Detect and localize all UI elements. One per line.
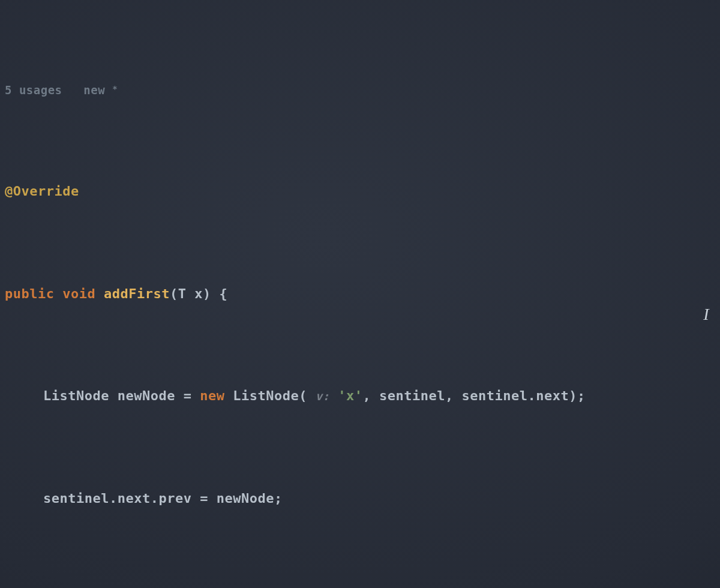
lparen: ( <box>299 388 307 403</box>
param: x <box>194 286 203 301</box>
param-hint: v: <box>316 389 330 403</box>
ident: sentinel.next <box>462 388 569 403</box>
code-line[interactable]: ListNode newNode = new ListNode( v: 'x',… <box>5 386 720 406</box>
rparen: ) <box>203 286 211 301</box>
semicolon: ; <box>577 388 586 403</box>
keyword-void: void <box>62 286 95 301</box>
code-editor[interactable]: 5 usages new * @Override public void add… <box>0 0 720 588</box>
code-line[interactable]: @Override <box>5 181 720 202</box>
ident: sentinel.next.prev <box>43 491 191 506</box>
equals: = <box>184 388 192 403</box>
type: ListNode <box>43 388 109 403</box>
ident: newNode <box>217 491 274 506</box>
lbrace: { <box>219 286 227 301</box>
code-line[interactable]: sentinel.next.prev = newNode; <box>5 488 720 509</box>
var: newNode <box>118 388 175 403</box>
ident: sentinel <box>379 388 445 403</box>
keyword-new: new <box>200 388 224 403</box>
type: T <box>178 286 187 301</box>
code-line[interactable]: public void addFirst(T x) { <box>5 284 720 304</box>
constructor: ListNode <box>233 388 299 403</box>
lparen: ( <box>170 286 178 301</box>
vcs-star-icon: * <box>112 83 118 96</box>
keyword-public: public <box>5 286 54 301</box>
comma: , <box>363 388 371 403</box>
comma: , <box>445 388 454 403</box>
annotation: @Override <box>5 184 79 199</box>
inlay-hint[interactable]: 5 usages new * <box>5 82 720 99</box>
author-name[interactable]: new <box>83 83 105 97</box>
equals: = <box>200 491 208 506</box>
rparen: ) <box>569 388 577 403</box>
semicolon: ; <box>274 491 283 506</box>
method-name: addFirst <box>104 286 170 301</box>
string-literal: 'x' <box>338 388 362 403</box>
text-cursor-icon: I <box>703 301 709 327</box>
usages-count[interactable]: 5 usages <box>5 83 62 97</box>
